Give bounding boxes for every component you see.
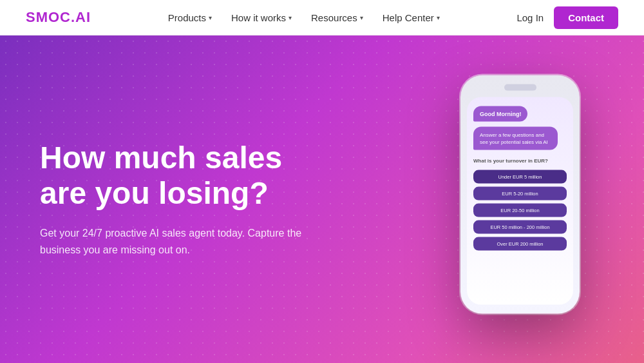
phone-mockup: Good Morning! Answer a few questions and… bbox=[460, 75, 580, 314]
phone-mockup-wrapper: Good Morning! Answer a few questions and… bbox=[460, 75, 580, 314]
chat-question: What is your turnover in EUR? bbox=[473, 158, 567, 164]
hero-content: How much sales are you losing? Get your … bbox=[40, 140, 323, 259]
phone-screen: Good Morning! Answer a few questions and… bbox=[467, 97, 573, 305]
navbar: SMOC.AI Products ▾ How it works ▾ Resour… bbox=[0, 0, 644, 35]
option-button-0[interactable]: Under EUR 5 million bbox=[473, 170, 567, 184]
nav-link-help-center[interactable]: Help Center ▾ bbox=[383, 12, 440, 23]
chevron-down-icon: ▾ bbox=[360, 14, 363, 21]
chevron-down-icon: ▾ bbox=[289, 14, 292, 21]
hero-title: How much sales are you losing? bbox=[40, 140, 323, 211]
nav-link-resources-label: Resources bbox=[311, 12, 357, 23]
brand-logo[interactable]: SMOC.AI bbox=[26, 9, 91, 26]
option-button-3[interactable]: EUR 50 million - 200 million bbox=[473, 221, 567, 234]
nav-link-products[interactable]: Products ▾ bbox=[168, 12, 212, 23]
nav-link-help-center-label: Help Center bbox=[383, 12, 434, 23]
option-button-2[interactable]: EUR 20-50 million bbox=[473, 204, 567, 217]
nav-actions: Log In Contact bbox=[516, 6, 618, 29]
login-button[interactable]: Log In bbox=[516, 12, 544, 23]
chat-greeting: Good Morning! bbox=[473, 106, 527, 122]
hero-section: How much sales are you losing? Get your … bbox=[0, 35, 644, 363]
nav-links: Products ▾ How it works ▾ Resources ▾ He… bbox=[168, 12, 440, 23]
option-button-4[interactable]: Over EUR 200 million bbox=[473, 237, 567, 251]
chevron-down-icon: ▾ bbox=[437, 14, 440, 21]
phone-notch bbox=[504, 84, 536, 91]
options-list: Under EUR 5 million EUR 5-20 million EUR… bbox=[473, 170, 567, 251]
nav-link-how-it-works-label: How it works bbox=[231, 12, 286, 23]
nav-link-resources[interactable]: Resources ▾ bbox=[311, 12, 363, 23]
nav-link-products-label: Products bbox=[168, 12, 206, 23]
contact-button[interactable]: Contact bbox=[554, 6, 618, 29]
nav-link-how-it-works[interactable]: How it works ▾ bbox=[231, 12, 292, 23]
chevron-down-icon: ▾ bbox=[209, 14, 212, 21]
chat-intro: Answer a few questions and see your pote… bbox=[473, 127, 558, 150]
option-button-1[interactable]: EUR 5-20 million bbox=[473, 187, 567, 201]
hero-subtitle: Get your 24/7 proactive AI sales agent t… bbox=[40, 226, 323, 259]
